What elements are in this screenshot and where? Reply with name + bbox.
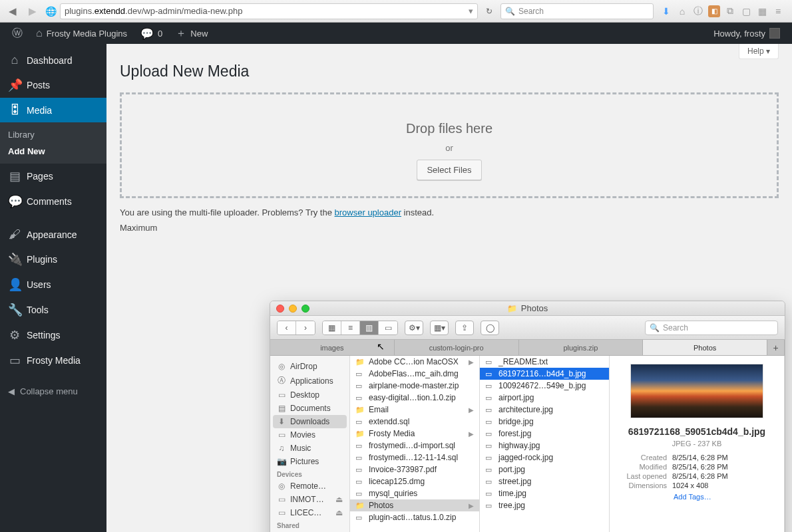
finder-side-applications[interactable]: ⒶApplications: [270, 373, 349, 388]
finder-item[interactable]: ▭port.jpg: [480, 464, 609, 475]
finder-side-movies[interactable]: ▭Movies: [270, 428, 349, 442]
nav-back-button[interactable]: ‹: [278, 321, 296, 334]
finder-item[interactable]: ▭time.jpg: [480, 487, 609, 499]
site-identity-icon[interactable]: 🌐: [44, 6, 57, 17]
crop-icon[interactable]: ⧉: [724, 5, 736, 17]
downloads-icon[interactable]: ⬇: [660, 5, 672, 17]
help-tab[interactable]: Help ▾: [739, 44, 779, 59]
finder-item[interactable]: 📁Frosty Media▶: [350, 428, 479, 440]
nav-fwd-button[interactable]: ›: [296, 321, 315, 334]
new-tab-button[interactable]: +: [767, 340, 785, 355]
forward-button[interactable]: ▶: [24, 3, 41, 19]
view-gallery-button[interactable]: ▭: [379, 321, 397, 334]
sidebar-item-appearance[interactable]: 🖌Appearance: [0, 222, 106, 247]
minimize-window-icon[interactable]: [289, 305, 297, 313]
finder-tab[interactable]: images: [270, 340, 395, 355]
info-icon[interactable]: ⓘ: [692, 5, 704, 17]
finder-item[interactable]: ▭frostymedi…d-import.sql: [350, 440, 479, 452]
back-button[interactable]: ◀: [4, 3, 21, 19]
sidebar-item-dashboard[interactable]: ⌂Dashboard: [0, 48, 106, 72]
finder-item[interactable]: ▭frostymedi…12-11-14.sql: [350, 452, 479, 464]
finder-item[interactable]: ▭100924672…549e_b.jpg: [480, 380, 609, 392]
finder-item[interactable]: ▭_README.txt: [480, 356, 609, 368]
bookmark-icon[interactable]: ▢: [740, 5, 752, 17]
sidebar-sub-library[interactable]: Library: [0, 126, 106, 143]
collapse-menu[interactable]: ◀Collapse menu: [0, 381, 106, 402]
finder-item[interactable]: ▭jagged-rock.jpg: [480, 452, 609, 464]
add-tags-link[interactable]: Add Tags…: [616, 490, 777, 501]
ext-icon[interactable]: ◧: [708, 5, 720, 17]
finder-item[interactable]: ▭forest.jpg: [480, 428, 609, 440]
finder-tab[interactable]: Photos: [643, 340, 767, 355]
share-button[interactable]: ⇪: [455, 321, 474, 335]
finder-item[interactable]: ▭licecap125.dmg: [350, 475, 479, 487]
finder-titlebar[interactable]: 📁Photos: [270, 301, 785, 316]
drop-zone[interactable]: Drop files here or Select Files: [120, 92, 779, 198]
eject-icon[interactable]: ⏏: [335, 508, 343, 517]
finder-side-pictures[interactable]: 📷Pictures: [270, 455, 349, 468]
reload-button[interactable]: ↻: [481, 7, 498, 16]
finder-item[interactable]: ▭mysql_quiries: [350, 487, 479, 499]
finder-item[interactable]: ▭plugin-acti…tatus.1.0.zip: [350, 511, 479, 523]
comments-link[interactable]: 💬0: [134, 23, 169, 44]
home-icon[interactable]: ⌂: [676, 5, 688, 17]
finder-item[interactable]: ▭street.jpg: [480, 475, 609, 487]
sidebar-item-tools[interactable]: 🔧Tools: [0, 297, 106, 323]
action-button[interactable]: ▦▾: [430, 321, 449, 335]
sidebar-item-plugins[interactable]: 🔌Plugins: [0, 247, 106, 272]
finder-device[interactable]: ◎Remote…: [270, 479, 349, 493]
finder-device[interactable]: ▭LICEC…⏏: [270, 506, 349, 519]
finder-tab[interactable]: plugins.zip: [519, 340, 644, 355]
sidebar-item-settings[interactable]: ⚙Settings: [0, 323, 106, 348]
menu-icon[interactable]: ≡: [772, 5, 784, 17]
finder-item[interactable]: ▭AdobeFlas…mc_aih.dmg: [350, 368, 479, 380]
wp-logo[interactable]: ⓦ: [5, 23, 29, 44]
sidebar-sub-add-new[interactable]: Add New: [0, 143, 106, 160]
view-list-button[interactable]: ≡: [341, 321, 360, 334]
eject-icon[interactable]: ⏏: [335, 495, 343, 504]
finder-item[interactable]: ▭airplane-mode-master.zip: [350, 380, 479, 392]
browser-search[interactable]: 🔍 Search: [500, 3, 654, 19]
side-icon: Ⓐ: [277, 375, 286, 386]
site-link[interactable]: ⌂Frosty Media Plugins: [29, 23, 134, 44]
view-columns-button[interactable]: ▥: [360, 321, 379, 334]
finder-item[interactable]: ▭Invoice-373987.pdf: [350, 464, 479, 475]
finder-item[interactable]: 📁Email▶: [350, 404, 479, 416]
browser-uploader-link[interactable]: browser uploader: [335, 207, 401, 217]
finder-item[interactable]: ▭highway.jpg: [480, 440, 609, 452]
finder-search[interactable]: 🔍Search: [645, 321, 778, 335]
sidebar-item-frosty-media[interactable]: ▭Frosty Media: [0, 348, 106, 373]
finder-item[interactable]: ▭tree.jpg: [480, 499, 609, 511]
finder-item[interactable]: 📁Photos▶: [350, 499, 479, 511]
sidebar-item-pages[interactable]: ▤Pages: [0, 164, 106, 189]
close-window-icon[interactable]: [276, 305, 284, 313]
arrange-button[interactable]: ⚙▾: [405, 321, 423, 335]
finder-tab[interactable]: custom-login-pro: [395, 340, 519, 355]
finder-side-airdrop[interactable]: ◎AirDrop: [270, 360, 349, 373]
tags-button[interactable]: ◯: [481, 321, 499, 335]
sidebar-item-users[interactable]: 👤Users: [0, 272, 106, 297]
zoom-window-icon[interactable]: [301, 305, 309, 313]
url-bar[interactable]: plugins.extendd.dev/wp-admin/media-new.p…: [60, 3, 478, 19]
finder-item[interactable]: ▭architecture.jpg: [480, 404, 609, 416]
finder-side-downloads[interactable]: ⬇Downloads: [273, 415, 347, 428]
sidebar-item-posts[interactable]: 📌Posts: [0, 72, 106, 98]
new-link[interactable]: ＋New: [169, 23, 214, 44]
finder-item[interactable]: 📁Adobe CC…ion MacOSX▶: [350, 356, 479, 368]
view-icons-button[interactable]: ▦: [323, 321, 341, 334]
grid-icon[interactable]: ▦: [756, 5, 768, 17]
finder-side-documents[interactable]: ▤Documents: [270, 402, 349, 415]
finder-side-desktop[interactable]: ▭Desktop: [270, 388, 349, 402]
sidebar-item-media[interactable]: 🎛Media: [0, 98, 106, 122]
sidebar-item-comments[interactable]: 💬Comments: [0, 189, 106, 214]
finder-item[interactable]: ▭bridge.jpg: [480, 416, 609, 428]
admin-sidebar: ⌂Dashboard📌Posts🎛MediaLibraryAdd New▤Pag…: [0, 44, 106, 532]
finder-item[interactable]: ▭easy-digital…tion.1.0.zip: [350, 392, 479, 404]
account-link[interactable]: Howdy, frosty: [707, 23, 787, 44]
finder-item[interactable]: ▭681972116…b4d4_b.jpg: [480, 368, 609, 380]
finder-side-music[interactable]: ♫Music: [270, 442, 349, 455]
finder-item[interactable]: ▭airport.jpg: [480, 392, 609, 404]
finder-item[interactable]: ▭extendd.sql: [350, 416, 479, 428]
finder-device[interactable]: ▭INMOT…⏏: [270, 493, 349, 506]
select-files-button[interactable]: Select Files: [417, 160, 481, 180]
